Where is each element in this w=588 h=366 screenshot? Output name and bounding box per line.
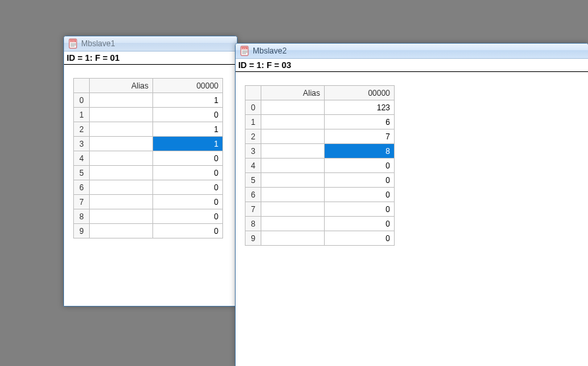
data-grid[interactable]: Alias 00000 0123162738405060708090 xyxy=(245,85,395,246)
table-row[interactable]: 38 xyxy=(245,144,395,159)
table-row[interactable]: 01 xyxy=(74,93,223,108)
column-header-value[interactable]: 00000 xyxy=(153,79,223,93)
row-header[interactable]: 8 xyxy=(245,217,261,231)
mdi-child-window[interactable]: DOC Mbslave1 ID = 1: F = 01 Alias 00000 … xyxy=(63,36,238,307)
alias-cell[interactable] xyxy=(90,224,153,238)
document-icon: DOC xyxy=(240,46,250,56)
alias-cell[interactable] xyxy=(261,231,325,246)
table-row[interactable]: 10 xyxy=(74,108,223,122)
row-header[interactable]: 8 xyxy=(74,209,90,224)
row-header[interactable]: 0 xyxy=(245,100,261,115)
document-icon: DOC xyxy=(68,38,79,49)
row-header[interactable]: 9 xyxy=(245,231,261,246)
value-cell[interactable]: 0 xyxy=(325,202,395,217)
window-title: Mbslave2 xyxy=(253,46,584,55)
alias-cell[interactable] xyxy=(90,108,153,122)
value-cell[interactable]: 1 xyxy=(153,137,223,151)
window-title: Mbslave1 xyxy=(81,39,233,48)
table-row[interactable]: 70 xyxy=(74,195,223,209)
table-row[interactable]: 90 xyxy=(74,224,223,238)
row-header[interactable]: 3 xyxy=(245,144,261,159)
row-header[interactable]: 6 xyxy=(245,188,261,202)
value-cell[interactable]: 1 xyxy=(153,93,223,108)
value-cell[interactable]: 0 xyxy=(153,224,223,238)
row-header[interactable]: 5 xyxy=(74,166,90,180)
alias-cell[interactable] xyxy=(90,122,153,137)
titlebar[interactable]: DOC Mbslave2 xyxy=(236,44,588,59)
row-header[interactable]: 5 xyxy=(245,173,261,188)
table-row[interactable]: 50 xyxy=(245,173,395,188)
value-cell[interactable]: 1 xyxy=(153,122,223,137)
value-cell[interactable]: 0 xyxy=(325,231,395,246)
alias-cell[interactable] xyxy=(261,100,325,115)
value-cell[interactable]: 0 xyxy=(153,180,223,195)
corner-cell[interactable] xyxy=(245,86,261,100)
row-header[interactable]: 3 xyxy=(74,137,90,151)
table-row[interactable]: 31 xyxy=(74,137,223,151)
alias-cell[interactable] xyxy=(90,93,153,108)
row-header[interactable]: 7 xyxy=(74,195,90,209)
table-row[interactable]: 80 xyxy=(245,217,395,231)
svg-text:DOC: DOC xyxy=(70,40,76,43)
alias-cell[interactable] xyxy=(261,188,325,202)
column-header-alias[interactable]: Alias xyxy=(261,86,325,100)
status-line: ID = 1: F = 01 xyxy=(64,52,237,65)
alias-cell[interactable] xyxy=(261,144,325,159)
row-header[interactable]: 2 xyxy=(245,129,261,144)
table-row[interactable]: 60 xyxy=(74,180,223,195)
alias-cell[interactable] xyxy=(90,151,153,166)
row-header[interactable]: 7 xyxy=(245,202,261,217)
row-header[interactable]: 2 xyxy=(74,122,90,137)
status-line: ID = 1: F = 03 xyxy=(236,59,588,72)
value-cell[interactable]: 123 xyxy=(325,100,395,115)
row-header[interactable]: 1 xyxy=(74,108,90,122)
alias-cell[interactable] xyxy=(261,217,325,231)
value-cell[interactable]: 8 xyxy=(325,144,395,159)
table-row[interactable]: 16 xyxy=(245,115,395,129)
alias-cell[interactable] xyxy=(90,137,153,151)
table-row[interactable]: 0123 xyxy=(245,100,395,115)
value-cell[interactable]: 6 xyxy=(325,115,395,129)
table-row[interactable]: 21 xyxy=(74,122,223,137)
alias-cell[interactable] xyxy=(90,166,153,180)
value-cell[interactable]: 0 xyxy=(325,188,395,202)
row-header[interactable]: 4 xyxy=(245,159,261,173)
value-cell[interactable]: 0 xyxy=(153,195,223,209)
svg-text:DOC: DOC xyxy=(242,47,247,50)
value-cell[interactable]: 0 xyxy=(153,209,223,224)
row-header[interactable]: 6 xyxy=(74,180,90,195)
table-row[interactable]: 40 xyxy=(245,159,395,173)
table-row[interactable]: 27 xyxy=(245,129,395,144)
row-header[interactable]: 1 xyxy=(245,115,261,129)
data-grid[interactable]: Alias 00000 01102131405060708090 xyxy=(73,78,223,238)
table-row[interactable]: 90 xyxy=(245,231,395,246)
row-header[interactable]: 9 xyxy=(74,224,90,238)
column-header-value[interactable]: 00000 xyxy=(325,86,395,100)
column-header-alias[interactable]: Alias xyxy=(90,79,153,93)
alias-cell[interactable] xyxy=(261,202,325,217)
value-cell[interactable]: 0 xyxy=(153,151,223,166)
titlebar[interactable]: DOC Mbslave1 xyxy=(64,36,237,52)
value-cell[interactable]: 0 xyxy=(325,217,395,231)
table-row[interactable]: 50 xyxy=(74,166,223,180)
mdi-child-window[interactable]: DOC Mbslave2 ID = 1: F = 03 Alias 00000 … xyxy=(235,43,588,366)
value-cell[interactable]: 0 xyxy=(153,108,223,122)
row-header[interactable]: 4 xyxy=(74,151,90,166)
alias-cell[interactable] xyxy=(90,195,153,209)
alias-cell[interactable] xyxy=(261,173,325,188)
table-row[interactable]: 70 xyxy=(245,202,395,217)
alias-cell[interactable] xyxy=(90,180,153,195)
table-row[interactable]: 80 xyxy=(74,209,223,224)
table-row[interactable]: 40 xyxy=(74,151,223,166)
value-cell[interactable]: 0 xyxy=(325,159,395,173)
value-cell[interactable]: 0 xyxy=(153,166,223,180)
alias-cell[interactable] xyxy=(261,159,325,173)
table-row[interactable]: 60 xyxy=(245,188,395,202)
row-header[interactable]: 0 xyxy=(74,93,90,108)
alias-cell[interactable] xyxy=(261,129,325,144)
value-cell[interactable]: 0 xyxy=(325,173,395,188)
corner-cell[interactable] xyxy=(74,79,90,93)
alias-cell[interactable] xyxy=(90,209,153,224)
alias-cell[interactable] xyxy=(261,115,325,129)
value-cell[interactable]: 7 xyxy=(325,129,395,144)
